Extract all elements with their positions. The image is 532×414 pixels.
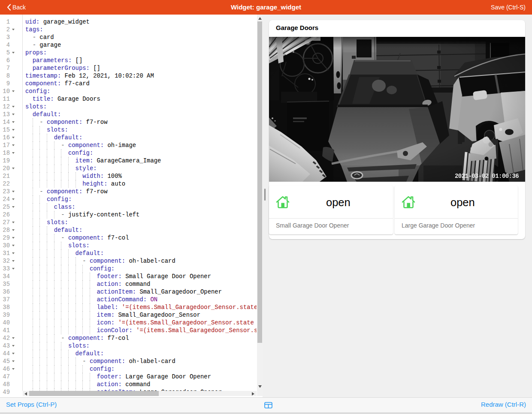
svg-text:2021-03-02 01:00:36: 2021-03-02 01:00:36 [455, 173, 519, 180]
